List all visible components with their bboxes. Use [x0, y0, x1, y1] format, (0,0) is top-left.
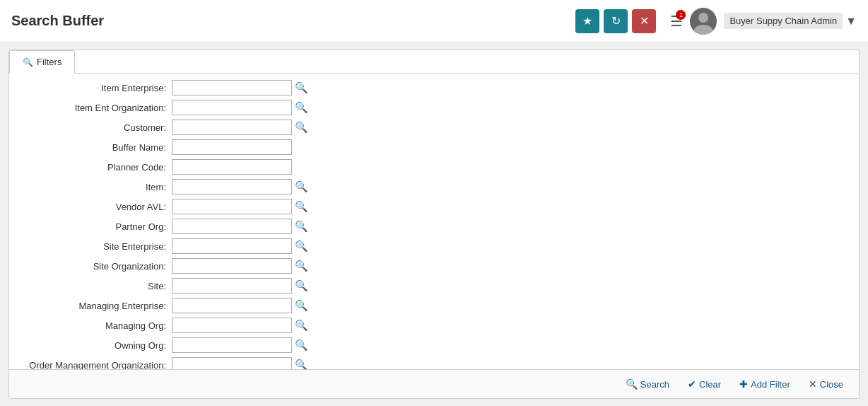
refresh-button[interactable]: ↻ — [604, 9, 628, 33]
managing-enterprise-search-icon[interactable]: 🔍 — [293, 299, 310, 312]
avatar — [690, 8, 717, 35]
form-row-item-ent-org: Item Ent Organization: 🔍 — [9, 99, 859, 116]
site-org-search-icon[interactable]: 🔍 — [293, 260, 310, 272]
input-wrap-site: 🔍 — [172, 278, 310, 294]
clear-icon: ✔ — [688, 378, 696, 390]
header-toolbar: ★ ↻ ✕ — [575, 9, 656, 33]
add-filter-button[interactable]: ✚ Add Filter — [735, 376, 794, 393]
item-enterprise-input[interactable] — [172, 80, 292, 95]
item-enterprise-search-icon[interactable]: 🔍 — [293, 81, 310, 94]
user-name: Buyer Suppy Chain Admin — [724, 13, 843, 29]
form-row-planner-code: Planner Code: — [9, 158, 859, 175]
label-vendor-avl: Vendor AVL: — [9, 202, 172, 212]
owning-org-search-icon[interactable]: 🔍 — [293, 339, 310, 352]
item-input[interactable] — [172, 179, 292, 195]
form-row-customer: Customer: 🔍 — [9, 119, 859, 136]
notification-badge: 1 — [676, 10, 686, 20]
planner-code-input[interactable] — [172, 159, 292, 175]
header: Search Buffer ★ ↻ ✕ ☰ 1 Buyer Suppy Chai… — [0, 0, 868, 42]
form-row-item: Item: 🔍 — [9, 178, 859, 195]
page-title: Search Buffer — [11, 13, 575, 29]
order-mgmt-org-input[interactable] — [172, 357, 292, 369]
tabs-bar: 🔍 Filters — [9, 50, 859, 74]
close-button[interactable]: ✕ Close — [804, 376, 848, 393]
label-managing-enterprise: Managing Enterprise: — [9, 301, 172, 311]
item-ent-org-search-icon[interactable]: 🔍 — [293, 101, 310, 114]
star-button[interactable]: ★ — [575, 9, 599, 33]
tab-filters[interactable]: 🔍 Filters — [9, 50, 75, 74]
form-row-owning-org: Owning Org: 🔍 — [9, 337, 859, 354]
search-icon: 🔍 — [626, 378, 638, 390]
input-wrap-buffer-name — [172, 139, 292, 155]
form-row-site: Site: 🔍 — [9, 277, 859, 294]
form-row-item-enterprise: Item Enterprise: 🔍 — [9, 79, 859, 96]
form-row-site-org: Site Organization: 🔍 — [9, 257, 859, 274]
input-wrap-owning-org: 🔍 — [172, 337, 310, 353]
item-search-icon[interactable]: 🔍 — [293, 180, 310, 193]
menu-button[interactable]: ☰ 1 — [670, 13, 683, 30]
main-panel: 🔍 Filters Item Enterprise: 🔍 Item Ent Or… — [8, 50, 860, 399]
search-icon: 🔍 — [23, 57, 33, 67]
form-scroll-area[interactable]: Item Enterprise: 🔍 Item Ent Organization… — [9, 74, 859, 369]
input-wrap-managing-enterprise: 🔍 — [172, 298, 310, 313]
label-site-enterprise: Site Enterprise: — [9, 241, 172, 252]
label-managing-org: Managing Org: — [9, 320, 172, 331]
header-user-area: ☰ 1 Buyer Suppy Chain Admin ▼ — [670, 8, 857, 35]
label-site: Site: — [9, 281, 172, 291]
label-planner-code: Planner Code: — [9, 162, 172, 173]
search-label: Search — [640, 379, 669, 390]
form-row-managing-enterprise: Managing Enterprise: 🔍 — [9, 297, 859, 314]
buffer-name-input[interactable] — [172, 139, 292, 155]
label-item-ent-org: Item Ent Organization: — [9, 103, 172, 113]
input-wrap-item-enterprise: 🔍 — [172, 80, 310, 95]
item-ent-org-input[interactable] — [172, 100, 292, 115]
tab-filters-label: Filters — [37, 57, 61, 67]
order-mgmt-org-search-icon[interactable]: 🔍 — [293, 359, 310, 369]
close-label: Close — [820, 379, 843, 390]
input-wrap-planner-code — [172, 159, 292, 175]
close-window-button[interactable]: ✕ — [632, 9, 656, 33]
clear-label: Clear — [699, 379, 721, 390]
input-wrap-managing-org: 🔍 — [172, 318, 310, 333]
site-search-icon[interactable]: 🔍 — [293, 279, 310, 292]
customer-search-icon[interactable]: 🔍 — [293, 121, 310, 134]
footer-bar: 🔍 Search ✔ Clear ✚ Add Filter ✕ Close — [9, 369, 859, 398]
vendor-avl-search-icon[interactable]: 🔍 — [293, 200, 310, 213]
input-wrap-customer: 🔍 — [172, 120, 310, 135]
input-wrap-item-ent-org: 🔍 — [172, 100, 310, 115]
owning-org-input[interactable] — [172, 337, 292, 353]
customer-input[interactable] — [172, 120, 292, 135]
search-button[interactable]: 🔍 Search — [621, 376, 674, 393]
partner-org-input[interactable] — [172, 219, 292, 234]
form-row-order-mgmt-org: Order Management Organization: 🔍 — [9, 356, 859, 369]
managing-org-input[interactable] — [172, 318, 292, 333]
label-partner-org: Partner Org: — [9, 221, 172, 232]
site-enterprise-input[interactable] — [172, 238, 292, 254]
site-input[interactable] — [172, 278, 292, 294]
input-wrap-partner-org: 🔍 — [172, 219, 310, 234]
site-enterprise-search-icon[interactable]: 🔍 — [293, 240, 310, 253]
label-item-enterprise: Item Enterprise: — [9, 83, 172, 93]
form-row-vendor-avl: Vendor AVL: 🔍 — [9, 198, 859, 215]
close-icon: ✕ — [809, 378, 817, 390]
vendor-avl-input[interactable] — [172, 199, 292, 214]
svg-point-1 — [698, 13, 708, 23]
input-wrap-vendor-avl: 🔍 — [172, 199, 310, 214]
managing-org-search-icon[interactable]: 🔍 — [293, 319, 310, 332]
site-org-input[interactable] — [172, 258, 292, 274]
chevron-down-icon[interactable]: ▼ — [845, 15, 857, 28]
user-dropdown[interactable]: Buyer Suppy Chain Admin ▼ — [724, 13, 857, 29]
input-wrap-order-mgmt-org: 🔍 — [172, 357, 310, 369]
input-wrap-item: 🔍 — [172, 179, 310, 195]
add-filter-label: Add Filter — [751, 379, 790, 390]
input-wrap-site-org: 🔍 — [172, 258, 310, 274]
form-row-site-enterprise: Site Enterprise: 🔍 — [9, 238, 859, 255]
form-row-buffer-name: Buffer Name: — [9, 139, 859, 156]
clear-button[interactable]: ✔ Clear — [684, 376, 725, 393]
managing-enterprise-input[interactable] — [172, 298, 292, 313]
partner-org-search-icon[interactable]: 🔍 — [293, 220, 310, 233]
label-item: Item: — [9, 182, 172, 192]
label-order-mgmt-org: Order Management Organization: — [9, 360, 172, 370]
input-wrap-site-enterprise: 🔍 — [172, 238, 310, 254]
label-buffer-name: Buffer Name: — [9, 142, 172, 153]
